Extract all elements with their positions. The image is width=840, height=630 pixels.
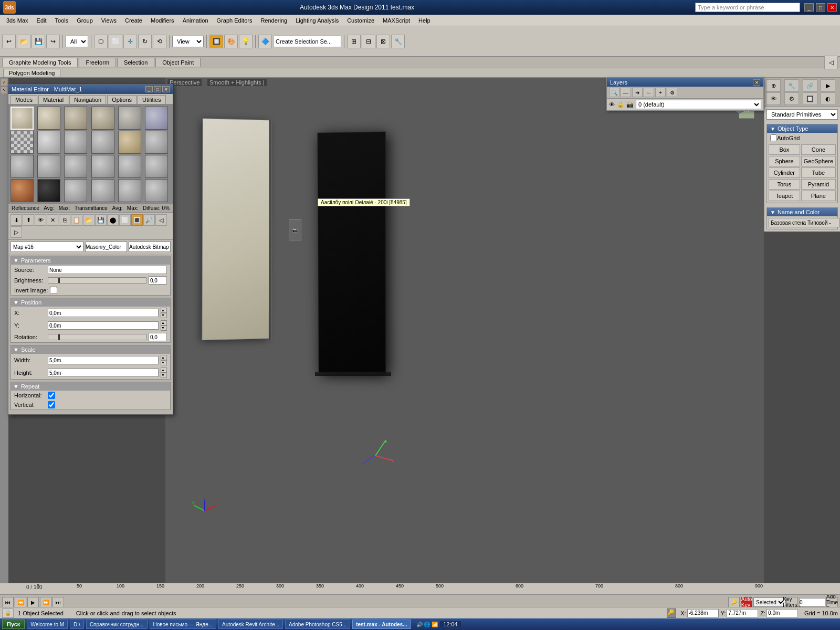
height-down[interactable]: ▼ [161, 373, 167, 378]
graphite-modeling-tab[interactable]: Graphite Modeling Tools [2, 58, 78, 67]
key-filters-button[interactable]: Key Filters... [786, 597, 798, 607]
layers-dropdown[interactable]: 0 (default) [636, 100, 761, 109]
map-type-input[interactable] [85, 242, 127, 252]
taskbar-item-photoshop[interactable]: Adobe Photoshop CS5... [285, 620, 350, 629]
motion-icon[interactable]: ▶ [821, 79, 835, 92]
selected-dropdown[interactable]: Selected [753, 597, 785, 607]
x-coord-input[interactable] [687, 609, 719, 617]
menu-group[interactable]: Group [72, 16, 97, 25]
taskbar-item-welcome[interactable]: Welcome to M [27, 620, 68, 629]
mat-sample-19[interactable] [10, 179, 34, 202]
layers-new-button[interactable]: 🔍 [609, 88, 620, 97]
mat-load-button[interactable]: 📂 [83, 214, 94, 226]
rotate-button[interactable]: ↻ [138, 35, 152, 48]
polygon-modeling-tab[interactable]: Polygon Modeling [3, 69, 60, 77]
mat-sample-15[interactable] [64, 155, 87, 178]
sphere-button[interactable]: Sphere [769, 156, 800, 166]
mat-tab-navigation[interactable]: Navigation [69, 95, 106, 104]
object-paint-tab[interactable]: Object Paint [155, 58, 201, 67]
horizontal-checkbox[interactable] [48, 392, 55, 399]
layers-delete-button[interactable]: — [621, 88, 631, 97]
rotation-slider[interactable] [48, 334, 146, 340]
menu-views[interactable]: Views [97, 16, 121, 25]
menu-graph-editors[interactable]: Graph Editors [213, 16, 257, 25]
brightness-input[interactable] [149, 276, 167, 285]
mirror-button[interactable]: ⊟ [362, 35, 375, 48]
graphite-collapse[interactable]: ◁ [824, 56, 838, 69]
y-spinner[interactable]: ▲ ▼ [161, 320, 167, 331]
mat-sample-9[interactable] [64, 131, 87, 154]
undo-button[interactable]: ↩ [2, 35, 16, 48]
torus-button[interactable]: Torus [769, 179, 800, 190]
source-input[interactable] [48, 266, 167, 274]
mat-sample-8[interactable] [37, 131, 60, 154]
menu-modifiers[interactable]: Modifiers [146, 16, 178, 25]
hierarchy-icon[interactable]: 🔗 [803, 79, 817, 92]
viewport-3d[interactable]: Perspective Smooth + Highlights | [165, 78, 764, 592]
mat-restore[interactable]: □ [154, 86, 161, 92]
minimize-button[interactable]: _ [804, 3, 814, 12]
mat-save-button[interactable]: 💾 [95, 214, 107, 226]
y-up[interactable]: ▲ [161, 320, 167, 326]
mat-sample-20[interactable] [37, 179, 60, 202]
render-button[interactable]: 🔲 [209, 35, 223, 48]
mat-sample-13[interactable] [10, 155, 34, 178]
mat-sample-5[interactable] [118, 107, 141, 130]
x-up[interactable]: ▲ [161, 308, 167, 313]
window-controls[interactable]: _ □ ✕ [804, 3, 837, 12]
selection-set-input[interactable] [273, 36, 341, 47]
mat-tab-modes[interactable]: Modes [10, 95, 37, 104]
utilities-icon[interactable]: ⚙ [784, 92, 799, 105]
modify-icon[interactable]: 🔧 [784, 79, 799, 92]
z-coord-input[interactable] [766, 609, 798, 617]
x-input[interactable] [48, 309, 159, 317]
pyramid-button[interactable]: Pyramid [801, 179, 836, 190]
taskbar-item-3dsmax[interactable]: test.max - Autodes... [352, 620, 411, 629]
menu-rendering[interactable]: Rendering [256, 16, 291, 25]
selection-tab[interactable]: Selection [117, 58, 154, 67]
prev-frame-button[interactable]: ⏪ [15, 597, 26, 607]
display-icon[interactable]: 👁 [766, 92, 781, 105]
layers-add-button[interactable]: ➜ [632, 88, 643, 97]
snap-button[interactable]: 🔧 [391, 35, 405, 48]
width-input[interactable] [48, 356, 159, 364]
mat-delete-button[interactable]: ✕ [47, 214, 58, 226]
next-frame-button[interactable]: ⏩ [40, 597, 51, 607]
material-editor-button[interactable]: 🎨 [224, 35, 238, 48]
viewport-smooth-label[interactable]: Smooth + Highlights | [207, 79, 267, 86]
mat-sphere-button[interactable]: ⬤ [107, 214, 119, 226]
y-input[interactable] [48, 321, 159, 330]
mat-forward-button[interactable]: ▷ [10, 226, 22, 238]
mat-sample-12[interactable] [145, 131, 168, 154]
mat-sample-16[interactable] [91, 155, 114, 178]
create-icon[interactable]: ⊕ [766, 79, 781, 92]
y-coord-input[interactable] [727, 609, 758, 617]
mat-tab-material[interactable]: Material [38, 95, 68, 104]
zoom-all-button[interactable]: ⤡ [1, 87, 8, 94]
layers-settings-button[interactable]: + [655, 88, 666, 97]
tube-button[interactable]: Tube [801, 167, 836, 178]
mat-sample-24[interactable] [145, 179, 168, 202]
layers-title[interactable]: Layers ✕ [607, 78, 763, 87]
mat-sample-23[interactable] [118, 179, 141, 202]
menu-help[interactable]: Help [414, 16, 435, 25]
mat-nav-button[interactable]: 🔎 [143, 214, 155, 226]
layers-remove-button[interactable]: ← [644, 88, 654, 97]
layers-win-controls[interactable]: ✕ [753, 79, 760, 86]
frame-input[interactable] [799, 598, 825, 606]
taskbar-item-revit[interactable]: Autodesk Revit Archite... [218, 620, 283, 629]
box-button[interactable]: Box [769, 144, 800, 155]
height-input[interactable] [48, 369, 159, 377]
mat-sample-3[interactable] [64, 107, 87, 130]
mat-close[interactable]: ✕ [162, 86, 170, 92]
cylinder-button[interactable]: Cylinder [769, 167, 800, 178]
x-spinner[interactable]: ▲ ▼ [161, 308, 167, 318]
redo-button[interactable]: ↪ [46, 35, 60, 48]
brightness-slider[interactable] [48, 277, 146, 284]
lock-button[interactable]: 🔒 [2, 608, 14, 618]
go-end-button[interactable]: ⏭ [52, 597, 64, 607]
array-button[interactable]: ⊠ [376, 35, 390, 48]
select-obj-button[interactable]: ⬡ [94, 35, 108, 48]
vertical-checkbox[interactable] [48, 401, 55, 408]
mat-sample-2[interactable] [37, 107, 60, 130]
